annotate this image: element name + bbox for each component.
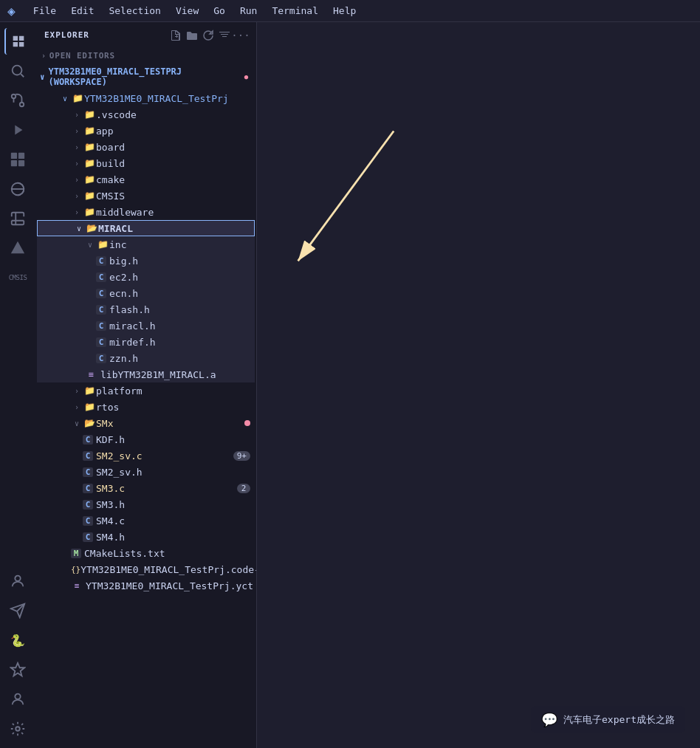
python-activity-icon[interactable]: 🐍	[4, 627, 31, 653]
extensions-activity-icon[interactable]	[4, 146, 31, 173]
cmsis-folder-item[interactable]: › 📁 CMSIS	[35, 188, 256, 204]
refresh-button[interactable]	[202, 29, 215, 42]
sm2-sv-badge: 9+	[233, 451, 250, 461]
cmsis-activity-icon[interactable]: CMSIS	[4, 264, 31, 291]
cmake-activity-icon[interactable]	[4, 235, 31, 261]
workspace-label: YTM32B1ME0_MIRACL_TESTPRJ (WORKSPACE)	[48, 66, 244, 87]
yct-label: YTM32B1ME0_MIRACL_TestPrj.yct	[86, 580, 256, 591]
svg-marker-11	[11, 241, 24, 254]
miracl-h-item[interactable]: C miracl.h	[37, 318, 255, 334]
file-tree: › OPEN EDITORS ∨ YTM32B1ME0_MIRACL_TESTP…	[35, 48, 256, 748]
board-folder-item[interactable]: › 📁 board	[35, 139, 256, 155]
miracl-h-label: miracl.h	[109, 320, 255, 332]
yct-file-item[interactable]: ≡ YTM32B1ME0_MIRACL_TestPrj.yct	[35, 577, 256, 594]
miracl-chevron-icon: ∨	[73, 224, 85, 233]
ec2-h-item[interactable]: C ec2.h	[37, 269, 255, 285]
more-actions-button[interactable]: ···	[234, 29, 247, 42]
workspace-section[interactable]: ∨ YTM32B1ME0_MIRACL_TESTPRJ (WORKSPACE) …	[35, 64, 256, 90]
test-activity-icon[interactable]	[4, 205, 31, 232]
miracl-label: MIRACL	[98, 223, 254, 234]
c-header-icon: C	[83, 532, 93, 542]
root-folder-item[interactable]: ∨ 📁 YTM32B1ME0_MIRACL_TestPrj	[35, 90, 256, 106]
sidebar-title: EXPLORER	[44, 30, 89, 40]
json-icon: {}	[71, 565, 80, 574]
smx-label: SMx	[96, 418, 171, 429]
remote-activity-icon[interactable]	[4, 176, 31, 202]
board-chevron-icon: ›	[71, 143, 83, 151]
svg-rect-5	[11, 153, 17, 159]
watermark-text: 汽车电子expert成长之路	[563, 713, 675, 727]
mirdef-h-item[interactable]: C mirdef.h	[37, 334, 255, 350]
app-folder-item[interactable]: › 📁 app	[35, 123, 256, 139]
menu-go[interactable]: Go	[207, 4, 231, 18]
sm4-c-item[interactable]: C SM4.c	[35, 512, 256, 529]
rtos-folder-item[interactable]: › 📁 rtos	[35, 399, 256, 415]
titlebar: ◈ File Edit Selection View Go Run Termin…	[0, 0, 700, 22]
platform-label: platform	[96, 385, 256, 397]
menu-selection[interactable]: Selection	[103, 4, 166, 18]
svg-point-16	[16, 727, 20, 731]
ecn-h-item[interactable]: C ecn.h	[37, 285, 255, 301]
sm2-sv-c-item[interactable]: C SM2_sv.c 9+	[35, 447, 256, 464]
cmakelists-item[interactable]: M CMakeLists.txt	[35, 545, 256, 561]
lib-file-item[interactable]: ≡ libYTM32B1M_MIRACL.a	[37, 366, 255, 382]
smx-folder-item[interactable]: ∨ 📂 SMx	[35, 415, 256, 431]
cmakelists-label: CMakeLists.txt	[84, 548, 256, 559]
workspace-file-label: YTM32B1ME0_MIRACL_TestPrj.code-workspace	[80, 564, 256, 575]
middleware-chevron-icon: ›	[71, 208, 83, 216]
inc-folder-item[interactable]: ∨ 📁 inc	[37, 236, 255, 253]
middleware-folder-item[interactable]: › 📁 middleware	[35, 204, 256, 220]
new-file-button[interactable]	[169, 29, 182, 42]
open-editors-section[interactable]: › OPEN EDITORS	[35, 48, 256, 64]
sidebar-actions: ···	[169, 29, 247, 42]
unknown-activity-icon[interactable]	[4, 656, 31, 683]
deploy-activity-icon[interactable]	[4, 597, 31, 624]
sm3-c-item[interactable]: C SM3.c 2	[35, 480, 256, 496]
miracl-folder-icon: 📂	[85, 223, 98, 233]
menu-run[interactable]: Run	[234, 4, 263, 18]
sm3-h-item[interactable]: C SM3.h	[35, 496, 256, 512]
big-h-item[interactable]: C big.h	[37, 253, 255, 269]
kdf-h-item[interactable]: C KDF.h	[35, 431, 256, 447]
activity-bar: CMSIS 🐍	[0, 22, 35, 748]
menu-terminal[interactable]: Terminal	[266, 4, 324, 18]
sm2-sv-h-item[interactable]: C SM2_sv.h	[35, 464, 256, 480]
svg-rect-7	[11, 160, 17, 166]
annotation-arrow	[257, 22, 700, 748]
new-folder-button[interactable]	[185, 29, 199, 42]
platform-folder-item[interactable]: › 📁 platform	[35, 382, 256, 399]
folder-icon: 📁	[71, 93, 84, 103]
search-activity-icon[interactable]	[4, 58, 31, 84]
flash-h-item[interactable]: C flash.h	[37, 301, 255, 318]
open-editors-chevron: ›	[41, 52, 47, 60]
workspace-file-item[interactable]: {} YTM32B1ME0_MIRACL_TestPrj.code-worksp…	[35, 561, 256, 577]
rtos-chevron-icon: ›	[71, 403, 83, 411]
zzn-h-item[interactable]: C zzn.h	[37, 350, 255, 366]
settings-activity-icon[interactable]	[4, 716, 31, 742]
cmake-label: cmake	[96, 174, 256, 185]
cmake-folder-icon: 📁	[83, 174, 96, 185]
menu-file[interactable]: File	[27, 4, 62, 18]
sidebar: EXPLORER ··· › OPEN	[35, 22, 257, 748]
miracl-folder-item[interactable]: ∨ 📂 MIRACL	[37, 220, 255, 236]
menu-edit[interactable]: Edit	[65, 4, 100, 18]
menu-help[interactable]: Help	[327, 4, 362, 18]
build-folder-item[interactable]: › 📁 build	[35, 155, 256, 171]
account-activity-icon[interactable]	[4, 568, 31, 594]
platform-folder-icon: 📁	[83, 385, 96, 396]
sm4-h-item[interactable]: C SM4.h	[35, 529, 256, 545]
kdf-h-label: KDF.h	[96, 434, 256, 445]
cmsis-label: CMSIS	[96, 191, 256, 202]
c-header-icon: C	[96, 272, 106, 282]
source-control-activity-icon[interactable]	[4, 87, 31, 114]
inc-label: inc	[109, 239, 255, 250]
run-debug-activity-icon[interactable]	[4, 117, 31, 143]
explorer-activity-icon[interactable]	[4, 28, 31, 55]
menu-view[interactable]: View	[170, 4, 205, 18]
open-editors-label: OPEN EDITORS	[49, 51, 115, 61]
cmake-folder-item[interactable]: › 📁 cmake	[35, 171, 256, 188]
lib-icon: ≡	[84, 369, 97, 380]
vscode-folder-item[interactable]: › 📁 .vscode	[35, 106, 256, 123]
collapse-button[interactable]	[218, 29, 231, 42]
account2-activity-icon[interactable]	[4, 686, 31, 713]
